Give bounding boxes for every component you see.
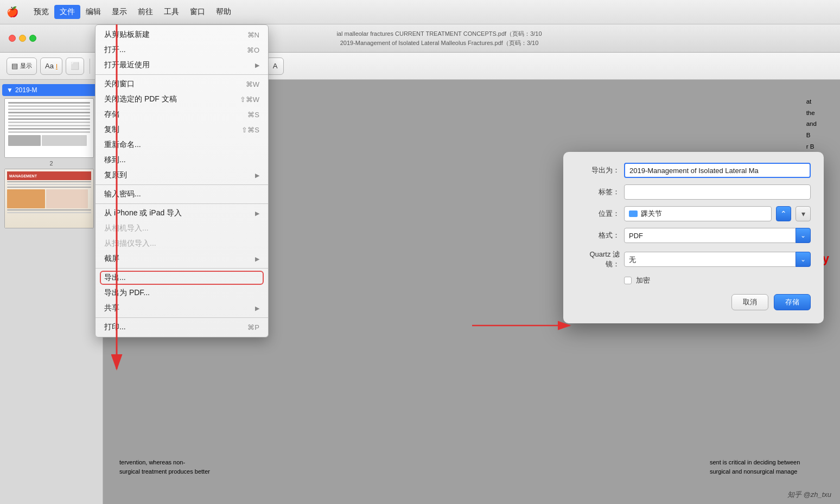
menubar: 🍎 预览 文件 编辑 显示 前往 工具 窗口 帮助 [0, 0, 840, 24]
sidebar: ▼ 2019-M 2 [0, 80, 103, 504]
menu-item-print[interactable]: 打印... ⌘P [96, 320, 268, 335]
dialog-location-button[interactable]: 踝关节 [624, 206, 772, 221]
menu-shortcut-save: ⌘S [247, 111, 259, 119]
maximize-button[interactable] [29, 35, 36, 42]
menubar-help[interactable]: 帮助 [211, 5, 237, 19]
menu-item-close-window[interactable]: 关闭窗口 ⌘W [96, 76, 268, 92]
highlight-label: I [56, 63, 58, 69]
dialog-label-tag: 标签： [576, 187, 620, 197]
menu-shortcut-close-window: ⌘W [246, 80, 259, 88]
menu-item-import-scanner[interactable]: 从扫描仪导入... [96, 236, 268, 251]
menu-label-import-scanner: 从扫描仪导入... [104, 239, 156, 248]
menu-shortcut-close-pdf: ⇧⌘W [240, 95, 259, 104]
font-icon: A [273, 62, 278, 70]
menubar-view[interactable]: 显示 [106, 5, 132, 19]
menu-label-close-pdf: 关闭选定的 PDF 文稿 [104, 94, 177, 104]
sidebar-label: 显示 [20, 62, 32, 70]
menubar-go[interactable]: 前往 [132, 5, 158, 19]
menu-label-enter-password: 输入密码... [104, 189, 141, 199]
doc-right-3: and [806, 118, 818, 130]
export-dialog: 导出为： 标签： 位置： 踝关节 ⌃ ▾ 格式： PDF ⌄ Quartz 滤镜… [563, 152, 824, 323]
dialog-encrypt-checkbox[interactable] [624, 277, 632, 284]
menu-item-open[interactable]: 打开... ⌘O [96, 42, 268, 58]
dialog-tag-input[interactable] [624, 184, 811, 200]
menu-item-open-recent[interactable]: 打开最近使用 ▶ [96, 58, 268, 73]
highlight-button[interactable]: Aa I [40, 58, 62, 75]
dialog-row-filename: 导出为： [576, 163, 811, 178]
menu-arrow-open-recent: ▶ [255, 62, 259, 69]
dialog-encrypt-label: 加密 [636, 276, 650, 285]
menubar-file[interactable]: 文件 [54, 5, 80, 19]
menu-item-new-from-clipboard[interactable]: 从剪贴板新建 ⌘N [96, 27, 268, 42]
doc-right-1: at [806, 96, 818, 107]
traffic-lights [9, 35, 36, 42]
sidebar-item-document[interactable]: ▼ 2019-M [2, 84, 100, 96]
sidebar-thumb-1[interactable] [4, 98, 94, 158]
menu-arrow-screenshot: ▶ [255, 256, 259, 263]
menu-separator-1 [96, 74, 268, 75]
dialog-location-chevron-up[interactable]: ⌃ [776, 206, 791, 221]
menu-item-move[interactable]: 移到... [96, 152, 268, 168]
dialog-row-format: 格式： PDF ⌄ [576, 228, 811, 243]
sidebar-thumb-2[interactable]: MANAGEMENT [4, 169, 94, 228]
menubar-edit[interactable]: 编辑 [80, 5, 106, 19]
dialog-format-select-wrapper: PDF ⌄ [624, 228, 811, 243]
dialog-filename-input[interactable] [624, 163, 811, 178]
dialog-row-tag: 标签： [576, 184, 811, 200]
watermark: 知乎 @zh_txu [787, 490, 831, 500]
dialog-save-button[interactable]: 存储 [774, 294, 811, 310]
menu-label-revert: 复原到 [104, 170, 127, 180]
folder-icon [629, 210, 638, 217]
menu-item-rename[interactable]: 重新命名... [96, 137, 268, 152]
selection-button[interactable]: ⬜ [66, 58, 84, 75]
menu-item-export-pdf[interactable]: 导出为 PDF... [96, 285, 268, 301]
sidebar-toggle-button[interactable]: ▤ 显示 [7, 58, 37, 75]
minimize-button[interactable] [19, 35, 26, 42]
dialog-label-filename: 导出为： [576, 165, 620, 175]
menu-shortcut-print: ⌘P [247, 323, 259, 331]
menu-separator-2 [96, 184, 268, 185]
menu-label-rename: 重新命名... [104, 140, 141, 150]
menu-label-import-camera: 从相机导入... [104, 224, 149, 233]
dialog-location-expand[interactable]: ▾ [796, 206, 811, 221]
sidebar-triangle-icon: ▼ [7, 86, 13, 94]
font-button[interactable]: A [266, 58, 284, 75]
menu-label-save: 存储 [104, 110, 119, 119]
menu-item-export[interactable]: 导出... [96, 270, 268, 285]
toolbar-separator-1 [90, 59, 90, 74]
dialog-quartz-select[interactable]: 无 [624, 252, 811, 267]
menu-item-revert[interactable]: 复原到 ▶ [96, 168, 268, 183]
menu-arrow-share: ▶ [255, 305, 259, 312]
menubar-preview[interactable]: 预览 [28, 5, 54, 19]
menu-item-screenshot[interactable]: 截屏 ▶ [96, 251, 268, 266]
dialog-cancel-button[interactable]: 取消 [731, 294, 768, 310]
menu-label-new-from-clipboard: 从剪贴板新建 [104, 30, 150, 40]
dialog-encrypt-row: 加密 [576, 276, 811, 285]
menu-arrow-import-iphone: ▶ [255, 210, 259, 217]
menubar-window[interactable]: 窗口 [184, 5, 211, 19]
chevron-up-icon: ⌃ [780, 209, 787, 218]
menu-label-duplicate: 复制 [104, 125, 119, 135]
menu-item-import-iphone[interactable]: 从 iPhone 或 iPad 导入 ▶ [96, 206, 268, 221]
menu-label-export-pdf: 导出为 PDF... [104, 288, 150, 298]
menubar-tools[interactable]: 工具 [158, 5, 184, 19]
menu-item-share[interactable]: 共享 ▶ [96, 301, 268, 316]
menu-item-duplicate[interactable]: 复制 ⇧⌘S [96, 122, 268, 137]
doc-right-4: B [806, 130, 818, 141]
menu-shortcut-duplicate: ⇧⌘S [241, 126, 259, 134]
dialog-format-select[interactable]: PDF [624, 228, 811, 243]
menu-label-open-recent: 打开最近使用 [104, 60, 150, 70]
file-menu-dropdown: 从剪贴板新建 ⌘N 打开... ⌘O 打开最近使用 ▶ 关闭窗口 ⌘W 关闭选定… [95, 24, 269, 337]
menu-item-enter-password[interactable]: 输入密码... [96, 187, 268, 202]
menu-label-open: 打开... [104, 45, 126, 55]
menu-item-close-pdf[interactable]: 关闭选定的 PDF 文稿 ⇧⌘W [96, 92, 268, 107]
sidebar-icon: ▤ [11, 62, 18, 70]
dialog-quartz-select-wrapper: 无 ⌄ [624, 252, 811, 267]
close-button[interactable] [9, 35, 16, 42]
menu-item-save[interactable]: 存储 ⌘S [96, 107, 268, 122]
dialog-row-location: 位置： 踝关节 ⌃ ▾ [576, 206, 811, 221]
menu-item-import-camera[interactable]: 从相机导入... [96, 221, 268, 236]
apple-menu-icon[interactable]: 🍎 [7, 6, 18, 18]
menu-label-import-iphone: 从 iPhone 或 iPad 导入 [104, 208, 182, 218]
dialog-label-location: 位置： [576, 209, 620, 219]
